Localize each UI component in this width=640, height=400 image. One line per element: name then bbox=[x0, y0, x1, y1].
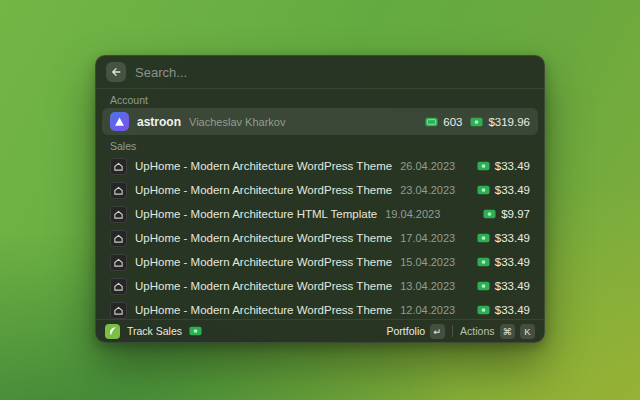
sale-date: 19.04.2023 bbox=[385, 208, 440, 220]
banknote-icon bbox=[477, 185, 490, 195]
sale-amount: $9.97 bbox=[501, 208, 530, 220]
uphome-logo-icon bbox=[110, 206, 127, 223]
sale-row[interactable]: UpHome - Modern Architecture WordPress T… bbox=[102, 178, 538, 202]
k-key-badge: K bbox=[520, 324, 535, 339]
sale-amount: $33.49 bbox=[495, 280, 530, 292]
enter-key-badge: ↵ bbox=[430, 324, 445, 339]
sale-row[interactable]: UpHome - Modern Architecture HTML Templa… bbox=[102, 202, 538, 226]
sale-date: 13.04.2023 bbox=[400, 280, 455, 292]
sales-count-icon bbox=[425, 117, 438, 127]
uphome-logo-icon bbox=[110, 230, 127, 247]
banknote-icon bbox=[483, 209, 496, 219]
banknote-icon bbox=[189, 326, 202, 336]
sale-row[interactable]: UpHome - Modern Architecture WordPress T… bbox=[102, 298, 538, 319]
sale-date: 17.04.2023 bbox=[400, 232, 455, 244]
portfolio-label: Portfolio bbox=[387, 325, 426, 337]
sale-title: UpHome - Modern Architecture WordPress T… bbox=[135, 232, 392, 244]
sale-amount: $33.49 bbox=[495, 232, 530, 244]
extension-name: Track Sales bbox=[127, 325, 182, 337]
sale-title: UpHome - Modern Architecture WordPress T… bbox=[135, 256, 392, 268]
sale-date: 12.04.2023 bbox=[400, 304, 455, 316]
sale-row[interactable]: UpHome - Modern Architecture WordPress T… bbox=[102, 274, 538, 298]
footer-bar: Track Sales Portfolio ↵ Actions ⌘ K bbox=[96, 319, 544, 342]
account-balance: $319.96 bbox=[488, 116, 530, 128]
sale-row[interactable]: UpHome - Modern Architecture WordPress T… bbox=[102, 154, 538, 178]
astroon-logo-icon bbox=[110, 112, 129, 131]
back-arrow-icon bbox=[110, 66, 122, 78]
search-input[interactable] bbox=[135, 65, 534, 80]
sale-amount: $33.49 bbox=[495, 184, 530, 196]
uphome-logo-icon bbox=[110, 302, 127, 319]
account-name: astroon bbox=[137, 115, 181, 129]
sale-title: UpHome - Modern Architecture WordPress T… bbox=[135, 160, 392, 172]
envato-leaf-icon bbox=[105, 324, 120, 339]
actions-label: Actions bbox=[460, 325, 494, 337]
sale-title: UpHome - Modern Architecture HTML Templa… bbox=[135, 208, 377, 220]
banknote-icon bbox=[477, 305, 490, 315]
sale-date: 26.04.2023 bbox=[400, 160, 455, 172]
sale-title: UpHome - Modern Architecture WordPress T… bbox=[135, 280, 392, 292]
sale-amount: $33.49 bbox=[495, 304, 530, 316]
command-palette: Account astroon Viacheslav Kharkov 603 $… bbox=[95, 55, 545, 343]
back-button[interactable] bbox=[106, 62, 126, 82]
uphome-logo-icon bbox=[110, 158, 127, 175]
banknote-icon bbox=[477, 161, 490, 171]
account-sales-count: 603 bbox=[443, 116, 462, 128]
results-list: Account astroon Viacheslav Kharkov 603 $… bbox=[96, 89, 544, 319]
sale-title: UpHome - Modern Architecture WordPress T… bbox=[135, 184, 392, 196]
section-header-account: Account bbox=[102, 89, 538, 108]
sale-date: 15.04.2023 bbox=[400, 256, 455, 268]
footer-divider bbox=[452, 325, 453, 337]
sale-amount: $33.49 bbox=[495, 256, 530, 268]
portfolio-button[interactable]: Portfolio ↵ bbox=[387, 324, 446, 339]
banknote-icon bbox=[477, 281, 490, 291]
sale-row[interactable]: UpHome - Modern Architecture WordPress T… bbox=[102, 250, 538, 274]
sale-row[interactable]: UpHome - Modern Architecture WordPress T… bbox=[102, 226, 538, 250]
uphome-logo-icon bbox=[110, 278, 127, 295]
banknote-icon bbox=[470, 117, 483, 127]
sale-date: 23.04.2023 bbox=[400, 184, 455, 196]
uphome-logo-icon bbox=[110, 254, 127, 271]
account-row[interactable]: astroon Viacheslav Kharkov 603 $319.96 bbox=[102, 108, 538, 135]
account-subtitle: Viacheslav Kharkov bbox=[189, 116, 285, 128]
banknote-icon bbox=[477, 233, 490, 243]
search-bar bbox=[96, 56, 544, 88]
sale-title: UpHome - Modern Architecture WordPress T… bbox=[135, 304, 392, 316]
uphome-logo-icon bbox=[110, 182, 127, 199]
cmd-key-badge: ⌘ bbox=[500, 324, 516, 339]
actions-button[interactable]: Actions ⌘ K bbox=[460, 324, 535, 339]
section-header-sales: Sales bbox=[102, 135, 538, 154]
sale-amount: $33.49 bbox=[495, 160, 530, 172]
banknote-icon bbox=[477, 257, 490, 267]
